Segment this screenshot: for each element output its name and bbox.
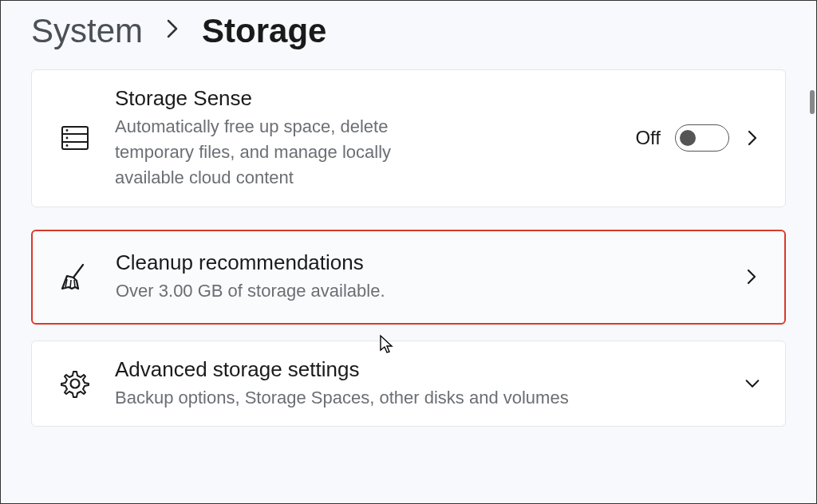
card-description: Automatically free up space, delete temp… (115, 114, 450, 191)
card-title: Cleanup recommendations (116, 250, 722, 275)
card-title: Storage Sense (115, 86, 614, 111)
chevron-right-icon[interactable] (743, 268, 760, 285)
card-cleanup-recommendations[interactable]: Cleanup recommendations Over 3.00 GB of … (31, 230, 786, 325)
breadcrumb-current: Storage (202, 12, 326, 50)
card-title: Advanced storage settings (115, 357, 723, 382)
scrollbar[interactable] (810, 90, 815, 114)
svg-point-5 (66, 144, 69, 147)
breadcrumb-parent[interactable]: System (31, 12, 143, 50)
card-description: Backup options, Storage Spaces, other di… (115, 385, 723, 411)
svg-point-3 (66, 129, 69, 132)
card-description: Over 3.00 GB of storage available. (116, 278, 722, 304)
chevron-right-icon[interactable] (744, 129, 761, 147)
card-advanced-storage[interactable]: Advanced storage settings Backup options… (31, 341, 786, 427)
svg-line-9 (74, 280, 75, 287)
svg-point-10 (71, 380, 80, 388)
svg-line-6 (73, 265, 83, 278)
breadcrumb: System Storage (1, 1, 816, 69)
storage-sense-toggle[interactable] (675, 124, 729, 152)
gear-icon (56, 364, 94, 403)
card-storage-sense[interactable]: Storage Sense Automatically free up spac… (31, 69, 786, 207)
toggle-state-label: Off (635, 127, 661, 149)
svg-point-4 (66, 137, 69, 140)
storage-icon (56, 119, 94, 157)
chevron-right-icon (165, 17, 180, 46)
broom-icon (57, 258, 95, 296)
chevron-down-icon[interactable] (744, 375, 761, 392)
svg-line-8 (70, 280, 71, 288)
